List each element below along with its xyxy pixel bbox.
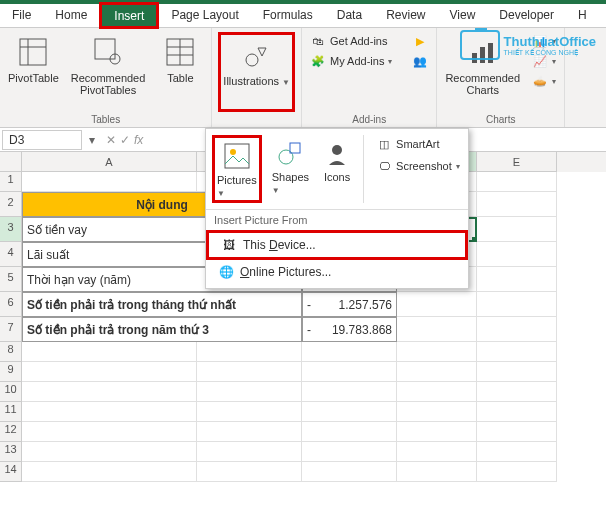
row-7[interactable]: 7 [0,317,22,342]
group-illustrations: Illustrations ▼ [212,28,302,127]
enter-icon[interactable]: ✓ [120,133,130,147]
tab-home[interactable]: Home [43,4,99,27]
row-4[interactable]: 4 [0,242,22,267]
group-tables: PivotTable Recommended PivotTables Table… [0,28,212,127]
col-A[interactable]: A [22,152,197,172]
svg-point-9 [246,54,258,66]
recommended-pivot-button[interactable]: Recommended PivotTables [69,32,148,112]
tab-developer[interactable]: Developer [487,4,566,27]
svg-point-17 [332,145,342,155]
name-box[interactable]: D3 [2,130,82,150]
tab-data[interactable]: Data [325,4,374,27]
tab-file[interactable]: File [0,4,43,27]
get-addins-button[interactable]: 🛍Get Add-ins [308,32,394,50]
select-all[interactable] [0,152,22,172]
pictures-button[interactable]: Pictures▼ [212,135,262,203]
chart-type-3[interactable]: 🥧▾ [530,72,558,90]
store-icon: 🛍 [310,33,326,49]
group-addins: 🛍Get Add-ins 🧩My Add-ins ▾ ▶ 👥 Add-ins [302,28,437,127]
table-button[interactable]: Table [155,32,205,112]
tab-insert[interactable]: Insert [99,2,159,29]
people-icon: 👥 [412,53,428,69]
bing-icon: ▶ [412,33,428,49]
svg-rect-0 [20,39,46,65]
tab-review[interactable]: Review [374,4,437,27]
pivottable-button[interactable]: PivotTable [6,32,61,112]
pictures-icon [221,140,253,172]
shapes-icon [274,137,306,169]
table-icon [162,34,198,70]
namebox-dropdown[interactable]: ▾ [84,133,100,147]
row-2[interactable]: 2 [0,192,22,217]
svg-rect-13 [225,144,249,168]
illustrations-icon [239,37,275,73]
watermark-logo [460,30,500,60]
screenshot-icon: 🖵 [376,158,392,174]
col-E[interactable]: E [477,152,557,172]
smartart-button[interactable]: ◫SmartArt [374,135,462,153]
tab-formulas[interactable]: Formulas [251,4,325,27]
screenshot-button[interactable]: 🖵Screenshot ▾ [374,157,462,175]
row-1[interactable]: 1 [0,172,22,192]
illustrations-button[interactable]: Illustrations ▼ [218,32,295,112]
people-button[interactable]: 👥 [410,52,430,70]
svg-point-14 [230,149,236,155]
shapes-button[interactable]: Shapes▼ [270,135,311,203]
icons-icon [321,137,353,169]
tab-pagelayout[interactable]: Page Layout [159,4,250,27]
illustrations-dropdown: Pictures▼ Shapes▼ Icons ◫SmartArt 🖵Scree… [205,128,469,289]
online-icon: 🌐 [218,264,234,280]
online-pictures-item[interactable]: 🌐 Online Pictures... [206,260,468,284]
pivottable-icon [15,34,51,70]
row-3[interactable]: 3 [0,217,22,242]
smartart-icon: ◫ [376,136,392,152]
my-addins-button[interactable]: 🧩My Add-ins ▾ [308,52,394,70]
row-5[interactable]: 5 [0,267,22,292]
bing-button[interactable]: ▶ [410,32,430,50]
addin-icon: 🧩 [310,53,326,69]
svg-rect-3 [95,39,115,59]
row-6[interactable]: 6 [0,292,22,317]
tab-h[interactable]: H [566,4,599,27]
ribbon-tabs: File Home Insert Page Layout Formulas Da… [0,4,606,28]
svg-rect-16 [290,143,300,153]
recommended-pivot-icon [90,34,126,70]
icons-button[interactable]: Icons [319,135,355,203]
insert-picture-from-label: Insert Picture From [206,210,468,230]
this-device-item[interactable]: 🖼 This Device... [206,230,468,260]
fx-icon[interactable]: fx [134,133,143,147]
watermark: ThuthuatOffice THIẾT KẾ CÔNG NGHỆ [460,30,596,60]
svg-point-15 [279,150,293,164]
tab-view[interactable]: View [438,4,488,27]
device-icon: 🖼 [221,237,237,253]
cancel-icon[interactable]: ✕ [106,133,116,147]
